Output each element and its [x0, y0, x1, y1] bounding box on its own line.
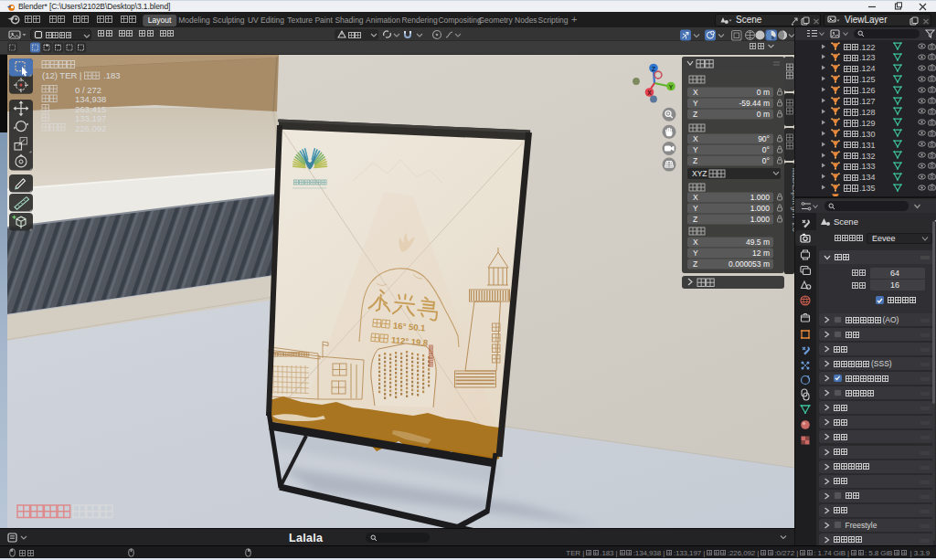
- svg-text:Y: Y: [693, 99, 698, 108]
- svg-text:X: X: [693, 88, 698, 97]
- svg-text:X: X: [693, 193, 698, 202]
- svg-text:Y: Y: [693, 204, 698, 213]
- svg-text:Z: Z: [693, 259, 697, 269]
- svg-text:0 / 272: 0 / 272: [75, 85, 101, 95]
- svg-text:0°: 0°: [762, 156, 770, 165]
- svg-text:0 m: 0 m: [757, 110, 770, 119]
- svg-text:Y: Y: [693, 145, 698, 154]
- svg-text:12 m: 12 m: [752, 248, 770, 258]
- svg-text:Z: Z: [693, 215, 697, 224]
- svg-text:Y: Y: [669, 84, 674, 90]
- svg-text:1.000: 1.000: [750, 193, 771, 202]
- svg-text:Y: Y: [693, 248, 698, 258]
- svg-text:XYZ: XYZ: [692, 169, 707, 178]
- svg-text:49.5 m: 49.5 m: [746, 238, 770, 247]
- svg-text:X: X: [693, 134, 698, 143]
- svg-text:Z: Z: [693, 110, 697, 119]
- svg-text:.183: .183: [103, 70, 121, 80]
- svg-text:1.000: 1.000: [750, 215, 771, 224]
- svg-text:134,938: 134,938: [75, 94, 106, 104]
- svg-text:263,415: 263,415: [75, 104, 106, 114]
- svg-text:Z: Z: [652, 66, 655, 72]
- svg-text:X: X: [647, 90, 652, 96]
- svg-text:133,197: 133,197: [75, 113, 106, 123]
- svg-text:Z: Z: [693, 156, 697, 165]
- svg-text:X: X: [693, 238, 698, 247]
- svg-text:-59.44 m: -59.44 m: [739, 99, 770, 108]
- svg-text:0 m: 0 m: [757, 88, 770, 97]
- svg-text:0°: 0°: [762, 145, 770, 154]
- svg-text:1.000: 1.000: [750, 204, 771, 213]
- svg-text:0.000053 m: 0.000053 m: [729, 259, 770, 269]
- svg-text:226,092: 226,092: [75, 123, 106, 133]
- svg-text:(12) TER |: (12) TER |: [42, 70, 81, 80]
- svg-text:90°: 90°: [758, 134, 770, 143]
